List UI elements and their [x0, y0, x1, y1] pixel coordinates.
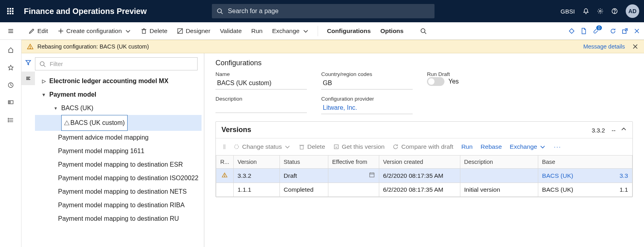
- change-status-button[interactable]: Change status: [231, 142, 293, 152]
- workspace-icon: [8, 99, 14, 106]
- tree-node[interactable]: Payment model mapping to destination RU: [35, 212, 202, 226]
- rebase-button[interactable]: Rebase: [478, 142, 504, 152]
- rail-favorites[interactable]: [3, 60, 18, 75]
- validate-label: Validate: [220, 27, 242, 35]
- nav-toggle[interactable]: [0, 22, 21, 40]
- clock-icon: [8, 82, 14, 88]
- search-icon: [217, 8, 223, 14]
- warning-icon: [27, 43, 33, 50]
- rail-home[interactable]: [3, 43, 18, 57]
- version-run-button[interactable]: Run: [459, 142, 475, 152]
- create-configuration-button[interactable]: Create configuration: [54, 25, 135, 37]
- svg-line-14: [178, 29, 182, 33]
- create-configuration-label: Create configuration: [66, 27, 122, 35]
- message-details-link[interactable]: Message details: [583, 43, 625, 50]
- home-icon: [8, 47, 14, 53]
- chevron-down-icon: [284, 144, 291, 150]
- tree-node[interactable]: Payment model mapping to destination RIB…: [35, 198, 202, 212]
- rail-recent[interactable]: [3, 78, 18, 92]
- divider-grip-icon[interactable]: [221, 144, 228, 150]
- rail-workspaces[interactable]: [3, 95, 18, 110]
- gear-icon[interactable]: [597, 8, 603, 14]
- tree-node[interactable]: Payment model mapping to destination NET…: [35, 185, 202, 198]
- warning-icon: [64, 120, 70, 126]
- versions-panel: Versions 3.3.2 -- Change status: [215, 121, 633, 197]
- svg-rect-10: [142, 30, 145, 33]
- col-effective[interactable]: Effective from: [328, 156, 379, 169]
- table-row[interactable]: 3.3.2Draft6/2/2020 08:17:35 AMBACS (UK)3…: [216, 169, 632, 183]
- configurations-tab[interactable]: Configurations: [324, 25, 374, 37]
- run-button[interactable]: Run: [248, 25, 266, 37]
- tree-node[interactable]: Payment model mapping to destination ESR: [35, 158, 202, 171]
- run-draft-value: Yes: [448, 78, 459, 85]
- document-icon[interactable]: [580, 28, 587, 34]
- filter-toggle[interactable]: [21, 56, 35, 69]
- tree-filter[interactable]: [35, 57, 198, 70]
- chevron-down-icon: ▾: [41, 88, 47, 101]
- get-version-button[interactable]: Get this version: [331, 142, 387, 152]
- more-button[interactable]: ···: [551, 142, 564, 152]
- col-created[interactable]: Version created: [379, 156, 460, 169]
- field-value-description[interactable]: [215, 102, 307, 113]
- diamond-icon[interactable]: [568, 28, 575, 34]
- rail-modules[interactable]: [3, 113, 18, 127]
- field-value-name[interactable]: BACS (UK custom): [215, 77, 307, 89]
- refresh-icon[interactable]: [610, 28, 616, 34]
- app-launcher-icon[interactable]: [5, 6, 16, 17]
- version-exchange-button[interactable]: Exchange: [507, 142, 548, 152]
- tree-node[interactable]: Payment advice model mapping: [35, 131, 202, 144]
- tree-node[interactable]: ▷Electronic ledger accounting model MX: [35, 74, 202, 88]
- designer-icon: [177, 28, 183, 34]
- svg-line-1: [221, 12, 223, 14]
- svg-point-41: [40, 62, 44, 66]
- close-icon[interactable]: [632, 43, 638, 50]
- svg-marker-17: [569, 29, 574, 33]
- popout-icon[interactable]: [622, 28, 628, 34]
- field-value-country[interactable]: GB: [321, 77, 413, 89]
- close-icon[interactable]: [634, 28, 640, 34]
- avatar[interactable]: AD: [626, 4, 639, 18]
- tree-filter-input[interactable]: [49, 60, 193, 68]
- designer-button[interactable]: Designer: [174, 25, 213, 37]
- global-search-input[interactable]: [227, 7, 430, 15]
- field-label-provider: Configuration provider: [321, 96, 413, 102]
- global-search[interactable]: [212, 4, 435, 18]
- col-r[interactable]: R...: [216, 156, 234, 169]
- designer-label: Designer: [186, 27, 210, 35]
- bell-icon[interactable]: [583, 8, 589, 14]
- versions-table: R... Version Status Effective from Versi…: [216, 155, 632, 197]
- validate-button[interactable]: Validate: [217, 25, 245, 37]
- table-row[interactable]: 1.1.1Completed6/2/2020 08:17:35 AMInitia…: [216, 183, 632, 197]
- run-draft-toggle[interactable]: [427, 77, 444, 86]
- field-label-country: Country/region codes: [321, 71, 413, 77]
- svg-point-52: [225, 176, 225, 176]
- version-extra: --: [611, 127, 615, 134]
- tree-node[interactable]: Payment model mapping to destination ISO…: [35, 171, 202, 185]
- chevron-up-icon[interactable]: [621, 126, 627, 132]
- svg-rect-49: [334, 145, 338, 149]
- options-tab[interactable]: Options: [377, 25, 407, 37]
- version-delete-button[interactable]: Delete: [296, 142, 328, 152]
- help-icon[interactable]: [611, 8, 618, 14]
- field-label-name: Name: [215, 71, 307, 77]
- tree-node[interactable]: ▾BACS (UK): [35, 101, 202, 115]
- company-code[interactable]: GBSI: [561, 8, 575, 15]
- attachments-button[interactable]: 0: [592, 28, 604, 34]
- list-toggle[interactable]: [21, 72, 35, 85]
- find-button[interactable]: [417, 25, 430, 37]
- tree-node-selected[interactable]: BACS (UK custom): [35, 115, 202, 131]
- col-description[interactable]: Description: [460, 156, 538, 169]
- field-value-provider[interactable]: Litware, Inc.: [321, 102, 413, 114]
- col-version[interactable]: Version: [233, 156, 279, 169]
- plus-icon: [58, 28, 64, 34]
- edit-button[interactable]: Edit: [25, 25, 51, 37]
- col-base[interactable]: Base: [538, 156, 632, 169]
- delete-button[interactable]: Delete: [138, 25, 171, 37]
- col-status[interactable]: Status: [279, 156, 328, 169]
- compare-draft-button[interactable]: Compare with draft: [390, 142, 456, 152]
- tree-node[interactable]: Payment model mapping 1611: [35, 144, 202, 158]
- svg-point-31: [8, 121, 9, 122]
- exchange-button[interactable]: Exchange: [269, 25, 312, 37]
- banner-text: Rebasing configuration: BACS (UK custom): [37, 43, 149, 50]
- tree-node[interactable]: ▾Payment model: [35, 88, 202, 101]
